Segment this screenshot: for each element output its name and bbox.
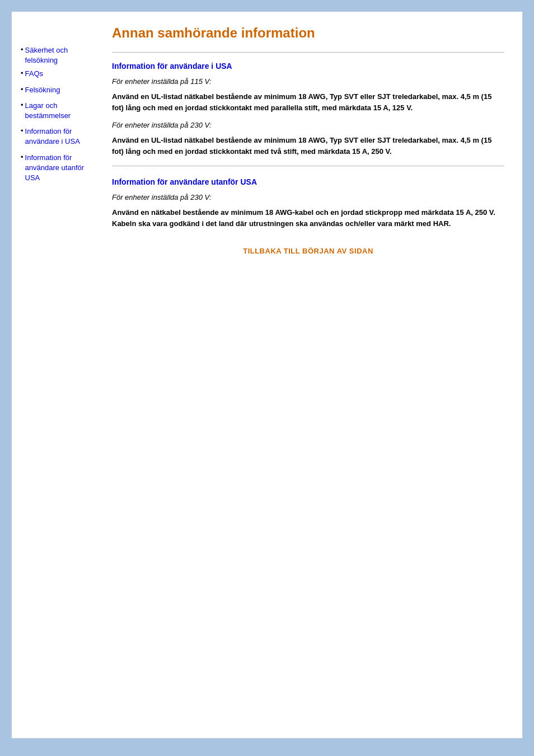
non-usa-section-title: Information för användare utanför USA [112, 177, 504, 186]
sidebar-item-lagar[interactable]: • Lagar och bestämmelser [21, 101, 92, 121]
sidebar-link-sakerhet[interactable]: Säkerhet och felsökning [25, 45, 92, 65]
sidebar-link-faqs[interactable]: FAQs [25, 69, 44, 79]
main-container: • Säkerhet och felsökning • FAQs • Felsö… [11, 11, 523, 739]
sidebar-item-sakerhet[interactable]: • Säkerhet och felsökning [21, 45, 92, 65]
sidebar-item-faqs[interactable]: • FAQs [21, 69, 92, 79]
sidebar-nav: • Säkerhet och felsökning • FAQs • Felsö… [21, 45, 92, 183]
sidebar-item-felsok[interactable]: • Felsökning [21, 85, 92, 95]
sidebar-link-info-usa[interactable]: Information för användare i USA [25, 126, 92, 147]
sidebar-link-felsok[interactable]: Felsökning [25, 85, 60, 95]
bullet-dot: • [21, 153, 24, 161]
bullet-dot: • [21, 101, 24, 109]
non-usa-subtitle-230: För enheter inställda på 230 V: [112, 193, 504, 201]
sidebar-link-info-nousa[interactable]: Information för användare utanför USA [25, 153, 92, 184]
back-to-top-link[interactable]: TILLBAKA TILL BÖRJAN AV SIDAN [243, 247, 373, 255]
bullet-dot: • [21, 45, 24, 54]
usa-subtitle-115: För enheter inställda på 115 V: [112, 77, 504, 86]
usa-section: Information för användare i USA För enhe… [112, 62, 504, 157]
back-to-top[interactable]: TILLBAKA TILL BÖRJAN AV SIDAN [112, 246, 504, 256]
divider-middle [112, 166, 504, 166]
sidebar-item-info-usa[interactable]: • Information för användare i USA [21, 126, 92, 147]
bullet-dot: • [21, 85, 24, 93]
page-title: Annan samhörande information [112, 25, 504, 41]
sidebar-item-info-nousa[interactable]: • Information för användare utanför USA [21, 153, 92, 184]
usa-subtitle-230: För enheter inställda på 230 V: [112, 121, 504, 129]
content-area: Annan samhörande information Information… [99, 12, 522, 738]
non-usa-body-230: Använd en nätkabel bestående av minimum … [112, 207, 504, 229]
usa-section-title: Information för användare i USA [112, 62, 504, 71]
sidebar-link-lagar[interactable]: Lagar och bestämmelser [25, 101, 92, 121]
bullet-dot: • [21, 126, 24, 135]
non-usa-section: Information för användare utanför USA Fö… [112, 177, 504, 229]
usa-body-115: Använd en UL-listad nätkabel bestående a… [112, 91, 504, 113]
bullet-dot: • [21, 69, 24, 77]
divider-top [112, 52, 504, 53]
sidebar: • Säkerhet och felsökning • FAQs • Felsö… [12, 12, 99, 738]
usa-body-230: Använd en UL-listad nätkabel bestående a… [112, 135, 504, 157]
